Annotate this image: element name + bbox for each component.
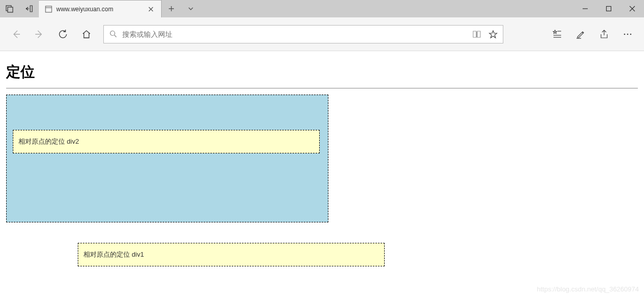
page-content: 定位 相对原点的定位 div2 — [0, 51, 644, 222]
set-aside-icon[interactable] — [19, 0, 39, 17]
toolbar — [0, 17, 644, 51]
maximize-button[interactable] — [597, 0, 620, 17]
svg-line-7 — [114, 35, 116, 37]
div2-box: 相对原点的定位 div2 — [13, 130, 320, 153]
address-input[interactable] — [122, 30, 471, 38]
address-bar-actions — [471, 29, 499, 40]
titlebar-drag-area — [201, 0, 573, 17]
page-heading: 定位 — [6, 62, 638, 82]
forward-button[interactable] — [30, 25, 49, 44]
div1-box: 相对原点的定位 div1 — [78, 243, 385, 266]
window-controls — [573, 0, 644, 17]
blue-container: 相对原点的定位 div2 — [6, 95, 328, 222]
new-tab-button[interactable] — [162, 0, 181, 17]
browser-tab[interactable]: www.weiyuxuan.com — [39, 0, 162, 17]
page-icon — [45, 6, 52, 13]
back-button[interactable] — [6, 25, 26, 44]
home-button[interactable] — [77, 25, 96, 44]
watermark: https://blog.csdn.net/qq_36260974 — [537, 285, 639, 293]
titlebar: www.weiyuxuan.com — [0, 0, 644, 17]
more-menu-icon[interactable] — [617, 24, 638, 44]
svg-rect-1 — [8, 7, 13, 12]
close-tab-icon[interactable] — [147, 5, 155, 13]
svg-point-14 — [630, 33, 632, 35]
tab-title: www.weiyuxuan.com — [56, 6, 143, 13]
tab-actions — [162, 0, 201, 17]
favorites-list-icon[interactable] — [547, 24, 567, 44]
refresh-button[interactable] — [53, 25, 73, 44]
notes-icon[interactable] — [570, 24, 591, 44]
svg-rect-2 — [46, 6, 52, 12]
svg-rect-5 — [607, 7, 611, 11]
tabs-aside-icon[interactable] — [0, 0, 19, 17]
address-bar[interactable] — [103, 25, 503, 43]
minimize-button[interactable] — [573, 0, 597, 17]
favorite-star-icon[interactable] — [487, 29, 499, 40]
reading-view-icon[interactable] — [471, 29, 482, 40]
search-icon — [108, 30, 118, 38]
tab-menu-chevron-icon[interactable] — [181, 0, 201, 17]
divider — [6, 88, 638, 88]
share-icon[interactable] — [594, 24, 614, 44]
titlebar-left — [0, 0, 39, 17]
toolbar-right — [547, 24, 638, 44]
close-window-button[interactable] — [620, 0, 644, 17]
svg-point-12 — [624, 33, 626, 35]
svg-point-6 — [110, 31, 115, 36]
svg-point-13 — [627, 33, 629, 35]
